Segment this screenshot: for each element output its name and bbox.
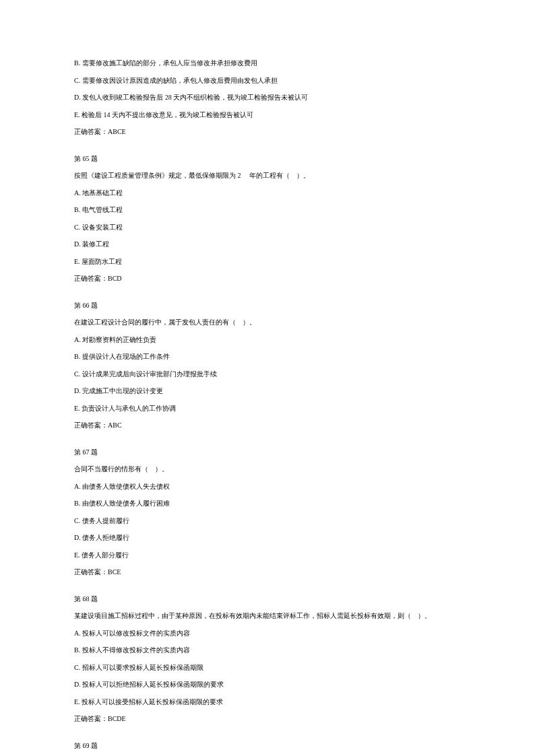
q66-answer: 正确答案：ABC xyxy=(74,420,461,430)
q68-stem: 某建设项目施工招标过程中，由于某种原因，在投标有效期内未能结束评标工作，招标人需… xyxy=(74,611,461,621)
q65-title: 第 65 题 xyxy=(74,153,461,164)
q68-option-a: A. 投标人可以修改投标文件的实质内容 xyxy=(74,628,461,638)
q64-option-b: B. 需要修改施工缺陷的部分，承包人应当修改并承担修改费用 xyxy=(74,58,461,68)
q64-answer: 正确答案：ABCE xyxy=(74,127,461,137)
q68-option-e: E. 投标人可以接受招标人延长投标保函期限的要求 xyxy=(74,697,461,707)
q68-title: 第 68 题 xyxy=(74,594,461,604)
q67-answer: 正确答案：BCE xyxy=(74,567,461,577)
q67-stem: 合同不当履行的情形有（ ）。 xyxy=(74,464,461,474)
q68-option-b: B. 投标人不得修改投标文件的实质内容 xyxy=(74,645,461,655)
q68-option-d: D. 投标人可以拒绝招标人延长投标保函期限的要求 xyxy=(74,679,461,689)
q67-title: 第 67 题 xyxy=(74,447,461,457)
q67-option-b: B. 由债权人致使债务人履行困难 xyxy=(74,498,461,508)
q67-option-c: C. 债务人提前履行 xyxy=(74,516,461,526)
q68-option-c: C. 招标人可以要求投标人延长投标保函期限 xyxy=(74,662,461,673)
q66-title: 第 66 题 xyxy=(74,300,461,310)
q69-title: 第 69 题 xyxy=(74,741,461,751)
q66-option-c: C. 设计成果完成后向设计审批部门办理报批手续 xyxy=(74,369,461,379)
q65-option-c: C. 设备安装工程 xyxy=(74,222,461,232)
q64-option-e: E. 检验后 14 天内不提出修改意见，视为竣工检验报告被认可 xyxy=(74,110,461,120)
q65-option-d: D. 装修工程 xyxy=(74,239,461,249)
q65-stem: 按照《建设工程质量管理条例》规定，最低保修期限为 2 年的工程有（ ）。 xyxy=(74,170,461,180)
q65-option-e: E. 屋面防水工程 xyxy=(74,256,461,267)
q66-option-e: E. 负责设计人与承包人的工作协调 xyxy=(74,403,461,413)
q66-option-a: A. 对勘察资料的正确性负责 xyxy=(74,335,461,345)
q66-option-b: B. 提供设计人在现场的工作条件 xyxy=(74,351,461,362)
q65-option-a: A. 地基基础工程 xyxy=(74,188,461,198)
q66-stem: 在建设工程设计合同的履行中，属于发包人责任的有（ ）。 xyxy=(74,317,461,327)
q67-option-d: D. 债务人拒绝履行 xyxy=(74,532,461,543)
q65-answer: 正确答案：BCD xyxy=(74,273,461,283)
q68-answer: 正确答案：BCDE xyxy=(74,714,461,724)
q64-option-d: D. 发包人收到竣工检验报告后 28 天内不组织检验，视为竣工检验报告未被认可 xyxy=(74,92,461,102)
q64-option-c: C. 需要修改因设计原因造成的缺陷，承包人修改后费用由发包人承担 xyxy=(74,75,461,85)
q67-option-a: A. 由债务人致使债权人失去债权 xyxy=(74,481,461,491)
q67-option-e: E. 债务人部分履行 xyxy=(74,550,461,560)
q65-option-b: B. 电气管线工程 xyxy=(74,205,461,215)
q66-option-d: D. 完成施工中出现的设计变更 xyxy=(74,386,461,396)
